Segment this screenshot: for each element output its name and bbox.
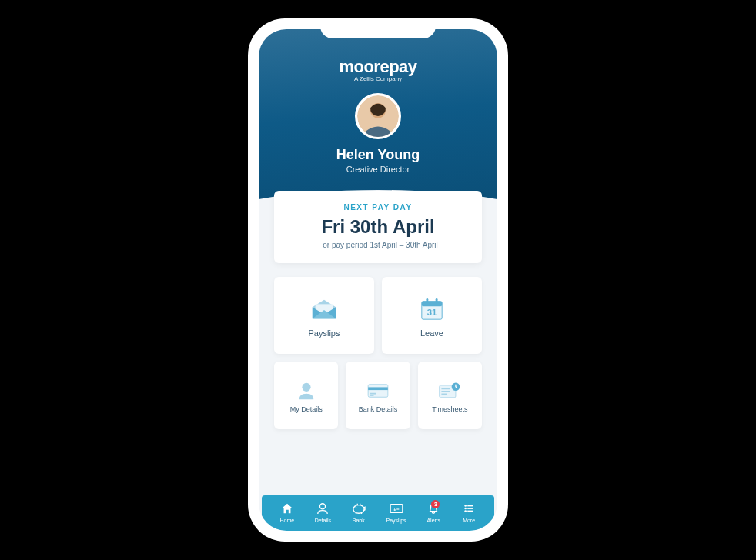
- nav-label: Details: [315, 518, 331, 523]
- tile-bankdetails[interactable]: Bank Details: [346, 362, 410, 429]
- svg-rect-25: [467, 508, 473, 509]
- envelope-icon: [309, 296, 339, 322]
- svg-rect-9: [368, 387, 388, 390]
- payday-label: NEXT PAY DAY: [289, 203, 467, 212]
- bottom-nav: Home Details Bank £= Payslips: [262, 495, 494, 531]
- payslip-icon: £=: [389, 502, 404, 515]
- svg-text:£=: £=: [393, 506, 399, 512]
- svg-rect-23: [467, 505, 473, 507]
- nav-label: Alerts: [427, 518, 440, 523]
- svg-point-24: [464, 508, 467, 510]
- avatar[interactable]: [355, 93, 401, 139]
- home-icon: [279, 502, 295, 515]
- tile-label: Payslips: [309, 328, 340, 338]
- user-name: Helen Young: [274, 147, 482, 163]
- svg-point-7: [302, 383, 310, 392]
- tile-label: My Details: [290, 405, 323, 413]
- payday-date: Fri 30th April: [289, 216, 467, 238]
- nav-alerts[interactable]: 3 Alerts: [426, 502, 441, 523]
- phone-frame: moorepay A Zellis Company Helen Young Cr…: [248, 18, 508, 542]
- nav-label: Bank: [353, 518, 365, 523]
- content-area: NEXT PAY DAY Fri 30th April For pay peri…: [259, 191, 497, 495]
- tiles-grid: Payslips 31 Leave: [274, 277, 482, 429]
- svg-text:31: 31: [427, 308, 437, 317]
- user-role: Creative Director: [274, 165, 482, 174]
- svg-rect-3: [422, 302, 442, 307]
- svg-rect-11: [370, 395, 374, 396]
- card-icon: [366, 381, 390, 401]
- tile-label: Leave: [420, 328, 443, 338]
- brand-logo: moorepay: [274, 57, 482, 77]
- payday-period: For pay period 1st April – 30th April: [289, 241, 467, 249]
- svg-point-19: [355, 507, 356, 508]
- brand-tagline: A Zellis Company: [274, 75, 482, 82]
- svg-point-22: [464, 505, 467, 507]
- tile-timesheets[interactable]: Timesheets: [418, 362, 482, 429]
- tile-payslips[interactable]: Payslips: [274, 277, 374, 354]
- svg-rect-13: [442, 388, 450, 389]
- timesheet-icon: [438, 381, 461, 401]
- nav-more[interactable]: More: [461, 502, 477, 523]
- app-screen: moorepay A Zellis Company Helen Young Cr…: [259, 29, 497, 531]
- nav-label: Home: [280, 518, 295, 523]
- tile-label: Bank Details: [359, 405, 398, 413]
- nav-bank[interactable]: Bank: [351, 502, 366, 523]
- nav-home[interactable]: Home: [279, 502, 295, 523]
- tile-mydetails[interactable]: My Details: [274, 362, 338, 429]
- nav-details[interactable]: Details: [315, 502, 331, 523]
- svg-point-26: [464, 510, 467, 512]
- nav-label: Payslips: [386, 518, 406, 523]
- nav-label: More: [463, 518, 475, 523]
- svg-rect-4: [426, 298, 428, 304]
- person-icon: [295, 381, 318, 401]
- nav-payslips[interactable]: £= Payslips: [386, 502, 406, 523]
- person-outline-icon: [315, 502, 330, 515]
- tile-leave[interactable]: 31 Leave: [382, 277, 482, 354]
- svg-point-17: [320, 504, 326, 509]
- svg-rect-15: [442, 394, 447, 395]
- svg-rect-27: [467, 511, 473, 512]
- piggy-icon: [351, 502, 366, 515]
- svg-rect-10: [370, 393, 376, 395]
- calendar-icon: 31: [417, 296, 447, 322]
- svg-rect-14: [442, 391, 450, 392]
- payday-card[interactable]: NEXT PAY DAY Fri 30th April For pay peri…: [274, 191, 482, 263]
- tile-label: Timesheets: [432, 405, 467, 413]
- svg-rect-5: [436, 298, 438, 304]
- more-icon: [461, 502, 477, 515]
- svg-point-18: [353, 505, 364, 514]
